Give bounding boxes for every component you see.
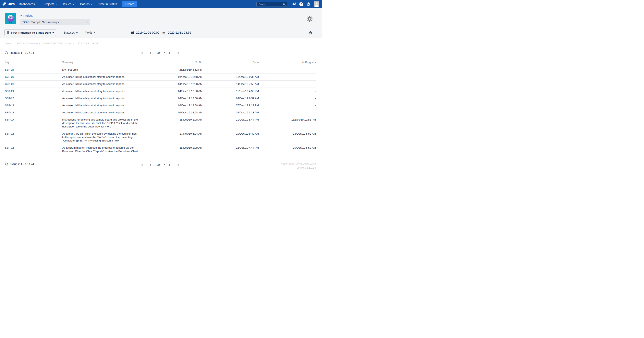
- fields-dropdown[interactable]: Fields: [85, 31, 95, 34]
- table-row[interactable]: SSP-15 As a scrum master, I can see the …: [5, 144, 316, 155]
- nav-item-label: Boards: [80, 3, 90, 6]
- first-page-button[interactable]: «: [141, 51, 143, 55]
- table-row[interactable]: SSP-20 As a user, I'd like a historical …: [5, 95, 316, 102]
- table-row[interactable]: SSP-19 As a user, I'd like a historical …: [5, 102, 316, 109]
- export-button[interactable]: [308, 31, 312, 36]
- issue-inprogress-date: -: [259, 81, 316, 88]
- issue-todo-date: 04/Dec/19 12:58 AM: [148, 74, 202, 81]
- announcements-button[interactable]: [292, 2, 296, 6]
- table-row[interactable]: SSP-23 As a user, I'd like a historical …: [5, 74, 316, 81]
- chevron-down-icon: [76, 32, 78, 33]
- issue-key-link[interactable]: SSP-23: [5, 75, 14, 78]
- page-size-value[interactable]: 10: [156, 163, 160, 166]
- table-header-row: Key Summary To Do Done In Progress: [5, 59, 316, 66]
- search-box: [256, 2, 287, 7]
- issue-key-link[interactable]: SSP-20: [5, 97, 14, 100]
- project-label-toggle[interactable]: Project: [21, 14, 90, 17]
- last-page-button[interactable]: »: [178, 51, 180, 55]
- pagination-top: « ◀ 10 ▾ ▶ »: [141, 51, 180, 55]
- nav-menu: Dashboards Projects Issues Boards Time i…: [19, 3, 117, 6]
- issue-key-link[interactable]: SSP-16: [5, 132, 14, 135]
- last-page-button[interactable]: »: [178, 163, 180, 166]
- issue-summary: Instructions for deleting this sample bo…: [62, 116, 148, 130]
- table-row[interactable]: SSP-24 My First Epic 25/Dec/19 4:52 PM -…: [5, 66, 316, 74]
- project-select-value: SSP - Sample Scrum Project: [23, 21, 60, 24]
- nav-settings-button[interactable]: [307, 2, 310, 6]
- issue-summary: As a user, I'd like a historical story t…: [62, 102, 148, 109]
- issues-table: Key Summary To Do Done In Progress SSP-2…: [5, 59, 316, 155]
- issue-inprogress-date: -: [259, 102, 316, 109]
- gear-icon: [306, 16, 313, 22]
- issue-todo-date: 18/Dec/19 2:08 AM: [148, 144, 202, 155]
- first-page-button[interactable]: «: [141, 163, 143, 166]
- report-type-label: First Transition To Status Date: [11, 31, 51, 34]
- report-settings-button[interactable]: [306, 16, 313, 23]
- chevron-down-icon: [94, 32, 95, 33]
- help-icon[interactable]: ?: [299, 2, 303, 6]
- column-header-todo[interactable]: To Do: [148, 59, 202, 66]
- issue-inprogress-date: -: [259, 88, 316, 95]
- refresh-button[interactable]: [5, 162, 8, 166]
- table-row[interactable]: SSP-17 Instructions for deleting this sa…: [5, 116, 316, 130]
- issue-done-date: 07/Dec/19 9:22 PM: [202, 102, 259, 109]
- avatar-icon: [314, 2, 319, 7]
- next-page-button[interactable]: ▶: [169, 164, 171, 166]
- table-row[interactable]: SSP-16 As a team, we can finish the spri…: [5, 130, 316, 144]
- previous-page-button[interactable]: ◀: [149, 52, 151, 54]
- report-meta: Report Date: 06.01.2020 12:45 Version: 4…: [280, 162, 316, 169]
- project-avatar-icon: [5, 13, 16, 24]
- project-avatar: [5, 13, 16, 24]
- nav-item-dashboards[interactable]: Dashboards: [19, 3, 38, 6]
- jql-query-text: project = "SSP" AND created >= "2019-01-…: [5, 42, 316, 45]
- issue-summary: As a user, I'd like a historical story t…: [62, 88, 148, 95]
- jira-logo[interactable]: Jira: [2, 2, 15, 6]
- nav-item-issues[interactable]: Issues: [63, 3, 74, 6]
- previous-page-button[interactable]: ◀: [149, 164, 151, 166]
- search-icon[interactable]: [283, 3, 286, 6]
- issue-summary: As a user, I'd like a historical story t…: [62, 81, 148, 88]
- page-size-value[interactable]: 10: [156, 51, 160, 54]
- issue-key-link[interactable]: SSP-15: [5, 146, 14, 149]
- statuses-label: Statuses: [64, 31, 75, 34]
- project-header: Project SSP - Sample Scrum Project: [0, 8, 322, 28]
- issue-done-date: 14/Dec/19 7:55 AM: [202, 81, 259, 88]
- page-size-caret-icon[interactable]: ▾: [164, 164, 165, 166]
- report-date: Report Date: 06.01.2020 12:45: [280, 162, 316, 166]
- next-page-button[interactable]: ▶: [169, 52, 171, 54]
- report-type-dropdown[interactable]: First Transition To Status Date: [4, 30, 56, 36]
- issue-key-link[interactable]: SSP-22: [5, 82, 14, 86]
- column-header-key[interactable]: Key: [5, 59, 62, 66]
- table-row[interactable]: SSP-21 As a user, I'd like a historical …: [5, 88, 316, 95]
- create-button[interactable]: Create: [122, 1, 137, 7]
- issue-inprogress-date: -: [259, 95, 316, 102]
- column-header-done[interactable]: Done: [202, 59, 259, 66]
- column-header-summary[interactable]: Summary: [62, 59, 148, 66]
- issue-key-link[interactable]: SSP-24: [5, 68, 14, 71]
- refresh-button[interactable]: [5, 51, 8, 55]
- issue-key-link[interactable]: SSP-18: [5, 111, 14, 114]
- project-select[interactable]: SSP - Sample Scrum Project: [20, 19, 90, 25]
- issue-key-link[interactable]: SSP-19: [5, 104, 14, 107]
- issue-inprogress-date: 18/Dec/19 12:52 PM: [259, 116, 316, 130]
- statuses-dropdown[interactable]: Statuses: [64, 31, 78, 34]
- issue-todo-date: 04/Dec/19 12:58 AM: [148, 88, 202, 95]
- date-range-picker[interactable]: 2019-01-01 00:00 to 2020-12-31 23:59: [131, 28, 191, 38]
- brand-text: Jira: [8, 2, 15, 6]
- calendar-icon: [131, 31, 134, 34]
- issue-todo-date: 04/Dec/19 12:58 AM: [148, 95, 202, 102]
- report-content: project = "SSP" AND created >= "2019-01-…: [0, 42, 322, 169]
- issue-inprogress-date: -: [259, 66, 316, 74]
- time-in-status-app: Jira Dashboards Projects Issues Boards T…: [0, 0, 322, 169]
- column-header-inprogress[interactable]: In Progress: [259, 59, 316, 66]
- page-size-caret-icon[interactable]: ▾: [164, 52, 165, 54]
- user-avatar[interactable]: [314, 2, 319, 7]
- issue-todo-date: 25/Dec/19 4:52 PM: [148, 66, 202, 74]
- issue-key-link[interactable]: SSP-21: [5, 90, 14, 93]
- issue-key-link[interactable]: SSP-17: [5, 118, 14, 121]
- table-row[interactable]: SSP-18 As a user, I'd like a historical …: [5, 109, 316, 116]
- issue-todo-date: 04/Dec/19 12:58 AM: [148, 102, 202, 109]
- nav-item-boards[interactable]: Boards: [80, 3, 92, 6]
- nav-item-projects[interactable]: Projects: [44, 3, 57, 6]
- table-row[interactable]: SSP-22 As a user, I'd like a historical …: [5, 81, 316, 88]
- nav-item-time-in-status[interactable]: Time in Status: [98, 3, 117, 6]
